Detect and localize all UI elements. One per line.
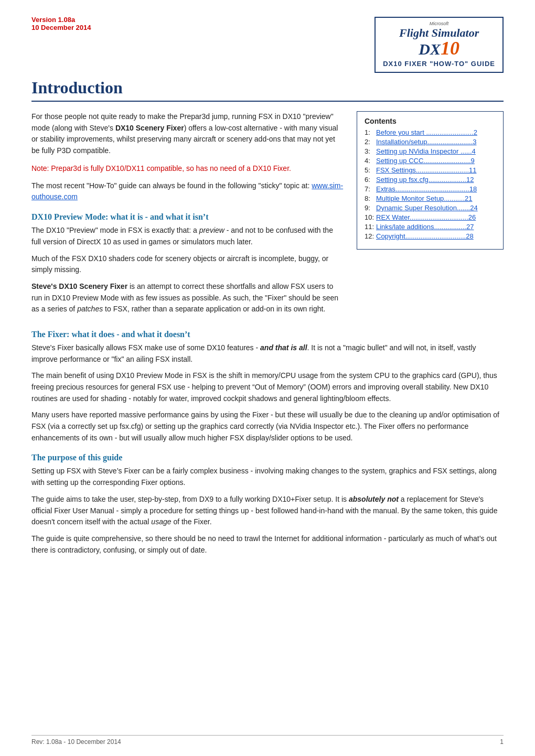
contents-link-6[interactable]: Setting up fsx.cfg....................12 bbox=[376, 176, 474, 183]
list-item: 5:FSX Settings..........................… bbox=[365, 166, 496, 174]
list-item: 8:Multiple Monitor Setup...........21 bbox=[365, 195, 496, 202]
note-text: Note: Prepar3d is fully DX10/DX11 compat… bbox=[31, 163, 344, 174]
logo-dx-label: DX10 bbox=[383, 39, 495, 58]
dx10-para-3: Steve's DX10 Scenery Fixer is an attempt… bbox=[31, 281, 344, 315]
logo-dx-text: DX bbox=[419, 40, 441, 58]
list-item: 7:Extras................................… bbox=[365, 185, 496, 193]
contents-list: 1:Before you start .....................… bbox=[365, 128, 496, 240]
footer-right: 1 bbox=[500, 738, 504, 746]
contents-link-7[interactable]: Extras..................................… bbox=[376, 185, 477, 193]
list-item: 11:Links/late additions.................… bbox=[365, 223, 496, 231]
logo-fs-label: Flight Simulator bbox=[383, 27, 495, 39]
purpose-para-3: The guide is quite comprehensive, so the… bbox=[31, 533, 504, 556]
patches-italic: patches bbox=[77, 305, 103, 313]
contents-link-2[interactable]: Installation/setup......................… bbox=[376, 138, 476, 146]
version-line1: Version 1.08a bbox=[31, 16, 91, 24]
fixer-para-1: Steve's Fixer basically allows FSX make … bbox=[31, 342, 504, 365]
list-item: 1:Before you start .....................… bbox=[365, 128, 496, 136]
page-title: Introduction bbox=[31, 78, 123, 98]
item-num: 5: bbox=[365, 166, 376, 174]
list-item: 3:Setting up NVidia Inspector ......4 bbox=[365, 147, 496, 155]
purpose-para-2: The guide aims to take the user, step-by… bbox=[31, 494, 504, 528]
version-line2: 10 December 2014 bbox=[31, 24, 91, 31]
footer-left: Rev: 1.08a - 10 December 2014 bbox=[31, 738, 121, 746]
contents-box: Contents 1:Before you start ............… bbox=[357, 111, 504, 250]
section-dx10-preview: DX10 Preview Mode: what it is - and what… bbox=[31, 212, 344, 315]
item-num: 6: bbox=[365, 176, 376, 183]
item-num: 9: bbox=[365, 204, 376, 212]
purpose-para-1: Setting up FSX with Steve’s Fixer can be… bbox=[31, 466, 504, 488]
section-purpose: The purpose of this guide Setting up FSX… bbox=[31, 453, 504, 556]
item-num: 11: bbox=[365, 223, 376, 231]
section-heading-dx10: DX10 Preview Mode: what it is - and what… bbox=[31, 212, 344, 222]
right-column: Contents 1:Before you start ............… bbox=[357, 111, 504, 320]
page: Version 1.08a 10 December 2014 Microsoft… bbox=[0, 0, 535, 756]
section-fixer: The Fixer: what it does - and what it do… bbox=[31, 330, 504, 444]
preview-italic: preview bbox=[199, 226, 224, 234]
item-num: 12: bbox=[365, 232, 376, 240]
contents-link-11[interactable]: Links/late additions.................27 bbox=[376, 223, 474, 231]
list-item: 2:Installation/setup....................… bbox=[365, 138, 496, 146]
section-heading-fixer: The Fixer: what it does - and what it do… bbox=[31, 330, 504, 339]
fixer-para-2: The main benefit of using DX10 Preview M… bbox=[31, 370, 504, 404]
usage-italic: usage bbox=[151, 517, 171, 526]
main-content-area: For those people not quite ready to make… bbox=[31, 111, 504, 320]
contents-link-5[interactable]: FSX Settings............................… bbox=[376, 166, 476, 174]
contents-link-8[interactable]: Multiple Monitor Setup...........21 bbox=[376, 195, 473, 202]
logo-tagline: DX10 FIXER "HOW-TO" GUIDE bbox=[383, 60, 495, 68]
contents-link-4[interactable]: Setting up CCC.........................9 bbox=[376, 157, 475, 165]
contents-link-10[interactable]: REX Water...............................… bbox=[376, 213, 476, 221]
section-heading-purpose: The purpose of this guide bbox=[31, 453, 504, 462]
dx10-para-1: The DX10 "Preview" mode in FSX is exactl… bbox=[31, 225, 344, 247]
intro-para-2: The most recent "How-To" guide can alway… bbox=[31, 180, 344, 203]
and-that-italic: and that is all bbox=[260, 343, 307, 352]
logo-ms-label: Microsoft bbox=[383, 21, 495, 26]
dx10-fixer-bold: DX10 Scenery Fixer bbox=[115, 124, 184, 132]
list-item: 6:Setting up fsx.cfg....................… bbox=[365, 176, 496, 183]
item-num: 2: bbox=[365, 138, 376, 146]
contents-link-1[interactable]: Before you start .......................… bbox=[376, 128, 477, 136]
item-num: 10: bbox=[365, 213, 376, 221]
footer-bar: Rev: 1.08a - 10 December 2014 1 bbox=[31, 735, 504, 746]
fixer-para-3: Many users have reported massive perform… bbox=[31, 409, 504, 444]
contents-link-9[interactable]: Dynamic Super Resolution.......24 bbox=[376, 204, 478, 212]
intro-para-1: For those people not quite ready to make… bbox=[31, 111, 344, 157]
title-row: Introduction bbox=[31, 78, 504, 102]
contents-link-12[interactable]: Copyright...............................… bbox=[376, 232, 474, 240]
item-num: 7: bbox=[365, 185, 376, 193]
logo-block: Microsoft Flight Simulator DX10 DX10 FIX… bbox=[374, 17, 504, 73]
list-item: 10:REX Water............................… bbox=[365, 213, 496, 221]
steves-fixer-bold: Steve's DX10 Scenery Fixer bbox=[31, 282, 127, 290]
contents-title: Contents bbox=[365, 117, 496, 125]
sticky-link[interactable]: www.sim-outhouse.com bbox=[31, 181, 343, 201]
dx10-para-2: Much of the FSX DX10 shaders code for sc… bbox=[31, 253, 344, 276]
contents-link-3[interactable]: Setting up NVidia Inspector ......4 bbox=[376, 147, 476, 155]
absolutely-not-italic: absolutely not bbox=[349, 495, 399, 503]
list-item: 12:Copyright............................… bbox=[365, 232, 496, 240]
logo-x-text: 10 bbox=[441, 38, 459, 59]
item-num: 3: bbox=[365, 147, 376, 155]
item-num: 8: bbox=[365, 195, 376, 202]
header-area: Version 1.08a 10 December 2014 Microsoft… bbox=[31, 16, 504, 73]
list-item: 4:Setting up CCC........................… bbox=[365, 157, 496, 165]
item-num: 1: bbox=[365, 128, 376, 136]
left-column: For those people not quite ready to make… bbox=[31, 111, 344, 320]
item-num: 4: bbox=[365, 157, 376, 165]
version-block: Version 1.08a 10 December 2014 bbox=[31, 16, 91, 31]
list-item: 9:Dynamic Super Resolution.......24 bbox=[365, 204, 496, 212]
